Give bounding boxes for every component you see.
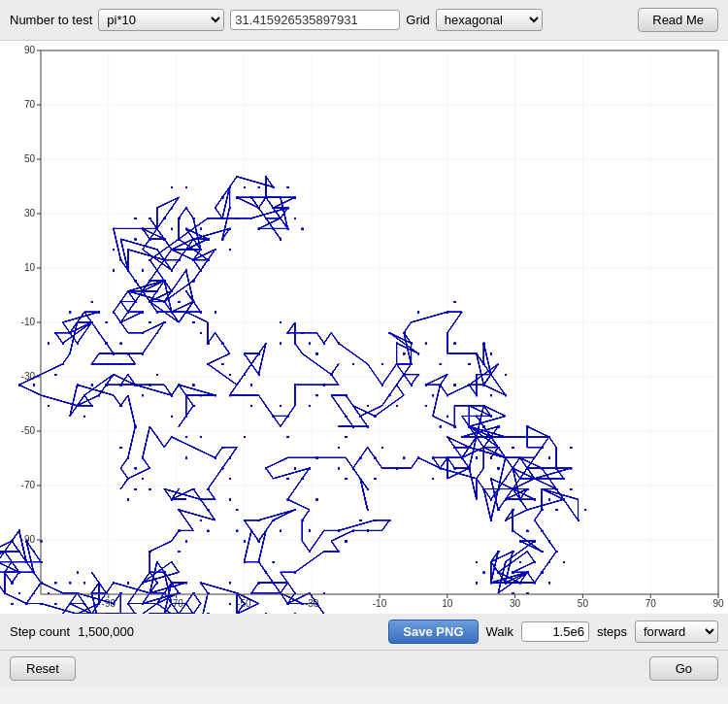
plot-area: [0, 41, 728, 614]
grid-select[interactable]: hexagonal square triangular: [436, 9, 543, 31]
walk-label: Walk: [486, 624, 513, 639]
number-to-test-label: Number to test: [10, 13, 92, 27]
steps-label: steps: [597, 624, 627, 639]
direction-select[interactable]: forward backward: [635, 620, 718, 643]
grid-label: Grid: [406, 13, 430, 27]
toolbar: Number to test pi*10 pi sqrt(2) e Grid h…: [0, 0, 728, 41]
computed-value-display[interactable]: [230, 10, 400, 30]
footer-bar: Reset Go: [0, 651, 728, 687]
number-select[interactable]: pi*10 pi sqrt(2) e: [98, 9, 224, 31]
step-count-label: Step count: [10, 624, 70, 639]
steps-input[interactable]: [521, 621, 589, 642]
read-me-button[interactable]: Read Me: [638, 8, 718, 32]
save-png-button[interactable]: Save PNG: [388, 620, 478, 644]
plot-canvas: [0, 41, 728, 614]
reset-button[interactable]: Reset: [10, 656, 76, 681]
step-count-value: 1,500,000: [78, 624, 134, 639]
go-button[interactable]: Go: [649, 656, 718, 681]
bottom-bar: Step count 1,500,000 Save PNG Walk steps…: [0, 614, 728, 651]
